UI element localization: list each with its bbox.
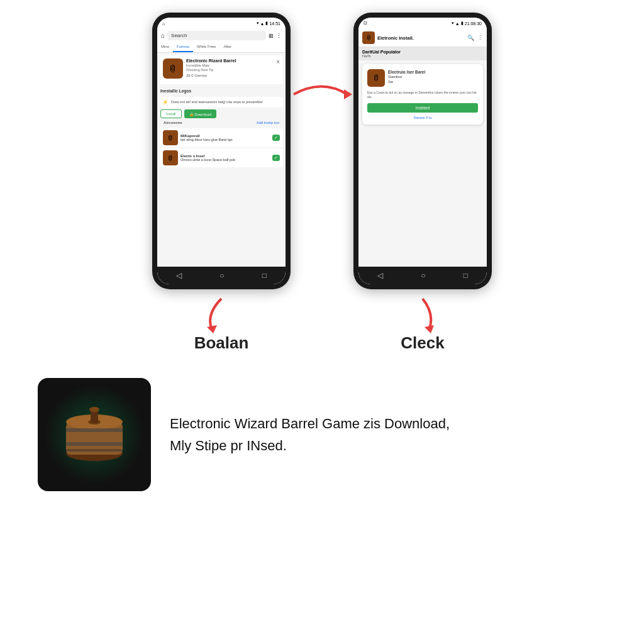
- phone1-installs-section: Inestallic Logos: [157, 87, 286, 95]
- phone2-install-dialog: 🛢 Electruio Iser Barel Stamfore Sie Eas …: [362, 64, 483, 125]
- phone1-tabs: Mine Furious White Fries After: [157, 42, 286, 53]
- phone1-app-desc: Shooting Host Tip: [186, 68, 273, 72]
- phone2-signal-icon: ▲: [455, 21, 460, 26]
- phone2-home-icon: ⊡: [364, 21, 367, 26]
- phone1-check-2: ✓: [272, 155, 280, 161]
- bottom-desc-line2: Mly Stipe pr INsed.: [170, 435, 450, 457]
- phone2-dialog-desc: Eas a Cooot to dul on as manage to Semen…: [367, 91, 478, 99]
- phone1-label-section: Boalan: [194, 296, 249, 353]
- phone1-signal-icon: ▲: [260, 21, 265, 26]
- phone1-topbar: ⌂ Search ⊞ ⋮: [157, 29, 286, 42]
- phone1-install-btn[interactable]: Install: [160, 109, 182, 118]
- phone1-list-item-2: 🛢 Electo a Insel Oinnoo ulnte a loost Sp…: [160, 148, 283, 167]
- phone1-battery-icon: ▮: [265, 21, 268, 26]
- phone1-search-input[interactable]: Search: [167, 31, 266, 40]
- phone2-dialog-app-rating: Sie: [388, 80, 425, 85]
- phone2-dialog-title: DaritUal Populalor: [362, 50, 483, 54]
- phone2-back-btn[interactable]: ◁: [377, 271, 383, 280]
- phone1-download-label: Download: [194, 113, 211, 116]
- phone1-wifi-icon: ▾: [257, 21, 259, 26]
- phone1-download-btn[interactable]: 🔒 Download: [184, 109, 216, 118]
- label-boalan: Boalan: [194, 333, 249, 353]
- phone2-nav-bar: ◁ ○ □: [358, 267, 487, 284]
- right-arrow-container: [291, 75, 353, 116]
- phone2-header-icon: 🛢: [362, 31, 375, 44]
- tab-mine[interactable]: Mine: [157, 42, 173, 52]
- phone1-rating-value: 29.0: [186, 74, 194, 77]
- phone1-app-icon: 🛢: [163, 58, 183, 79]
- phone1-app-card: 🛢 Electronic Rizard Barrel Incredible Ma…: [160, 55, 283, 84]
- phone2-install-btn[interactable]: Instited: [367, 103, 478, 113]
- phone2-status-icons: ▾ ▲ ▮ 21:08:30: [452, 21, 482, 26]
- phone1-add-link[interactable]: Add lostip too: [253, 119, 282, 126]
- svg-marker-2: [425, 325, 434, 333]
- phone2-time: 21:08:30: [465, 21, 482, 26]
- phone1-desc-text: Does ent att! end teamsestors belg! nlar…: [171, 100, 263, 105]
- phone1-more-icon[interactable]: ⋮: [276, 33, 282, 39]
- phone1-home-nav-btn[interactable]: ○: [219, 271, 224, 280]
- svg-marker-0: [207, 325, 217, 333]
- tab-after[interactable]: After: [219, 42, 235, 52]
- phone2-column: ⊡ ▾ ▲ ▮ 21:08:30 🛢 Eletronic Install.: [353, 13, 492, 353]
- phone1-list-item-1: 🛢 MiKaporall bet aling dleur haru glue B…: [160, 128, 283, 147]
- phone1-recents-btn[interactable]: □: [262, 271, 267, 280]
- phone1-app-title: Electronic Rizard Barrel: [186, 58, 273, 63]
- phone1: ⌂ ▾ ▲ ▮ 14:51 ⌂ Search: [152, 13, 291, 289]
- phone2: ⊡ ▾ ▲ ▮ 21:08:30 🛢 Eletronic Install.: [353, 13, 492, 289]
- down-arrow-left-svg: [199, 296, 243, 333]
- phone1-time: 14:51: [269, 21, 280, 26]
- down-arrow-right-svg: [401, 296, 445, 333]
- phone2-wifi-icon: ▾: [452, 21, 454, 26]
- phone1-desc-icon: ⚡: [162, 99, 169, 105]
- phone2-recents-btn[interactable]: □: [464, 271, 468, 280]
- phone1-home-icon: ⌂: [162, 21, 165, 26]
- bottom-section: Electronic Wizard Barrel Game zis Downlo…: [0, 359, 644, 510]
- phone1-list-icon-1: 🛢: [163, 130, 178, 145]
- phone1-app-info: Electronic Rizard Barrel Incredible Mats…: [186, 58, 273, 77]
- phone2-battery-icon: ▮: [461, 21, 464, 26]
- phone1-close-btn[interactable]: ×: [276, 58, 280, 65]
- tab-furious[interactable]: Furious: [173, 42, 193, 52]
- phone2-screen: ⊡ ▾ ▲ ▮ 21:08:30 🛢 Eletronic Install.: [358, 18, 487, 284]
- phone2-header: 🛢 Eletronic Install. 🔍 ⋮: [358, 29, 487, 47]
- phone1-status-bar: ⌂ ▾ ▲ ▮ 14:51: [157, 18, 286, 29]
- phone2-dialog-app-row: 🛢 Electruio Iser Barel Stamfore Sie: [367, 69, 478, 87]
- tab-whitefries[interactable]: White Fries: [193, 42, 219, 52]
- label-cleck: Cleck: [401, 333, 444, 353]
- phone1-search-text: Search: [171, 33, 187, 38]
- phone1-back-btn[interactable]: ◁: [176, 271, 182, 280]
- svg-rect-7: [66, 442, 123, 446]
- svg-rect-8: [66, 449, 123, 452]
- phone2-home-nav-btn[interactable]: ○: [421, 271, 425, 280]
- phone2-label-section: Cleck: [401, 296, 445, 353]
- phone1-accessories-title: Aircooons: [160, 119, 186, 126]
- phone1-screen: ⌂ ▾ ▲ ▮ 14:51 ⌂ Search: [157, 18, 286, 284]
- phone1-grid-icon[interactable]: ⊞: [269, 33, 274, 39]
- phone2-dialog-app-info: Electruio Iser Barel Stamfore Sie: [388, 69, 425, 84]
- phone2-header-action-icons: 🔍 ⋮: [467, 35, 483, 41]
- phone1-app-subtitle: Incredible Mats: [186, 64, 273, 68]
- phone1-list-info-1: MiKaporall bet aling dleur haru glue Bar…: [180, 134, 270, 142]
- phone2-dialog-app-name: Electruio Iser Barel: [388, 69, 425, 75]
- phone1-list-info-2: Electo a Insel Oinnoo ulnte a loost Spac…: [180, 154, 270, 162]
- phone2-status-bar: ⊡ ▾ ▲ ▮ 21:08:30: [358, 18, 487, 29]
- phone2-more-icon[interactable]: ⋮: [477, 35, 483, 41]
- phone1-check-1: ✓: [272, 135, 280, 141]
- phone2-dialog-header-section: DaritUal Populalor Narfb: [358, 47, 487, 60]
- phone2-header-title: Eletronic Install.: [377, 35, 465, 41]
- phone1-nav-bar: ◁ ○ □: [157, 267, 286, 284]
- phone1-description-section: ⚡ Does ent att! end teamsestors belg! nl…: [160, 97, 283, 108]
- phone1-accessories-header: Aircooons Add lostip too: [157, 118, 286, 127]
- phone1-rating-label: Genres: [194, 74, 207, 77]
- phone1-home-btn[interactable]: ⌂: [161, 32, 165, 39]
- svg-rect-6: [66, 428, 123, 432]
- barrel-icon-large: [38, 378, 151, 491]
- phone2-dialog-link[interactable]: Sanson Il to: [367, 116, 478, 119]
- phone1-app-header: 🛢 Electronic Rizard Barrel Incredible Ma…: [163, 58, 280, 79]
- phone2-search-icon[interactable]: 🔍: [467, 35, 474, 41]
- svg-marker-1: [344, 89, 352, 99]
- phone1-status-icons: ▾ ▲ ▮ 14:51: [257, 21, 280, 26]
- phone2-dialog-app-icon: 🛢: [367, 69, 385, 87]
- phone1-list-desc-2: Oinnoo ulnte a loost Space balf pob: [180, 158, 270, 162]
- page-container: ⌂ ▾ ▲ ▮ 14:51 ⌂ Search: [0, 0, 644, 644]
